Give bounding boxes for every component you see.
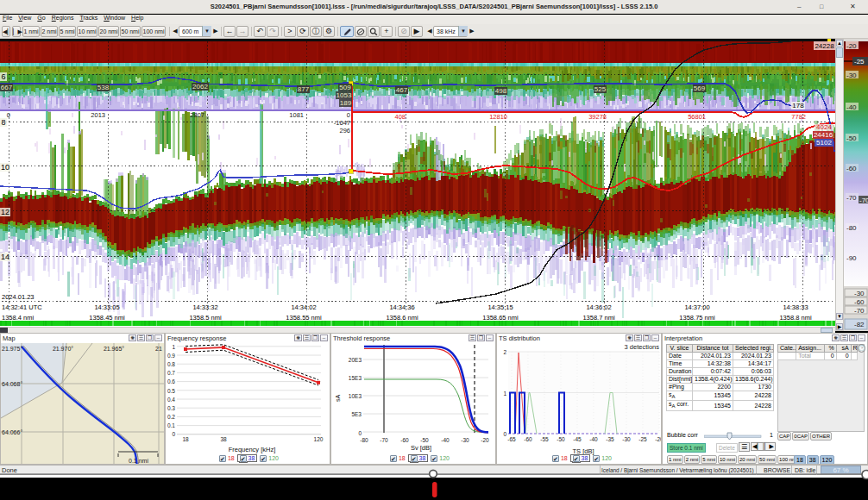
svg-text:24228: 24228 bbox=[815, 42, 834, 50]
svg-text:-60: -60 bbox=[854, 298, 865, 306]
svg-text:-20: -20 bbox=[655, 436, 661, 442]
svg-text:120: 120 bbox=[314, 436, 324, 442]
svg-text:39278: 39278 bbox=[588, 113, 607, 121]
svg-text:0: 0 bbox=[358, 430, 362, 436]
svg-text:14:38:33: 14:38:33 bbox=[783, 303, 808, 311]
svg-text:0: 0 bbox=[172, 431, 175, 437]
svg-text:0.7: 0.7 bbox=[167, 370, 175, 376]
svg-text:14:35:15: 14:35:15 bbox=[487, 303, 513, 311]
svg-text:5E3: 5E3 bbox=[351, 411, 362, 417]
svg-text:-70: -70 bbox=[854, 307, 865, 315]
svg-text:-70: -70 bbox=[846, 194, 857, 202]
svg-text:1358.45 nmi: 1358.45 nmi bbox=[89, 314, 125, 322]
svg-text:1358.6 nmi: 1358.6 nmi bbox=[386, 314, 418, 322]
svg-text:-45: -45 bbox=[573, 436, 582, 442]
svg-text:296: 296 bbox=[339, 127, 350, 134]
svg-text:-25: -25 bbox=[854, 58, 865, 66]
svg-text:178: 178 bbox=[792, 102, 804, 109]
svg-text:TS [dB]: TS [dB] bbox=[572, 447, 594, 455]
svg-text:21.965°: 21.965° bbox=[104, 346, 124, 352]
svg-text:-20: -20 bbox=[481, 437, 489, 443]
svg-text:6: 6 bbox=[1, 72, 5, 81]
svg-text:Frequency [kHz]: Frequency [kHz] bbox=[229, 446, 276, 453]
svg-text:10E3: 10E3 bbox=[349, 393, 362, 399]
svg-text:-40: -40 bbox=[589, 436, 598, 442]
svg-text:4024: 4024 bbox=[816, 123, 832, 131]
svg-text:5102: 5102 bbox=[816, 139, 832, 147]
svg-text:-1647: -1647 bbox=[334, 119, 350, 127]
svg-text:sA: sA bbox=[335, 395, 341, 403]
svg-text:-60: -60 bbox=[846, 165, 857, 172]
svg-text:-80: -80 bbox=[360, 437, 368, 443]
svg-text:21.975°: 21.975° bbox=[2, 346, 22, 352]
svg-text:-90: -90 bbox=[846, 254, 857, 262]
svg-text:0.1 nmi: 0.1 nmi bbox=[129, 458, 148, 464]
svg-text:-40: -40 bbox=[846, 103, 857, 111]
svg-text:-30: -30 bbox=[854, 290, 865, 297]
svg-text:1: 1 bbox=[503, 391, 506, 397]
svg-text:1358.55 nmi: 1358.55 nmi bbox=[286, 314, 322, 322]
svg-text:-20: -20 bbox=[846, 42, 857, 50]
svg-text:1358.7 nmi: 1358.7 nmi bbox=[582, 314, 614, 322]
svg-text:14:33:32: 14:33:32 bbox=[192, 303, 217, 311]
svg-text:10: 10 bbox=[1, 163, 9, 172]
svg-text:-60: -60 bbox=[400, 437, 409, 443]
svg-text:20E3: 20E3 bbox=[349, 357, 362, 363]
svg-text:-60: -60 bbox=[524, 436, 532, 442]
svg-text:38: 38 bbox=[220, 436, 227, 442]
svg-text:12810: 12810 bbox=[489, 113, 507, 121]
svg-text:-55: -55 bbox=[540, 436, 549, 442]
svg-text:0.1: 0.1 bbox=[167, 422, 175, 428]
svg-text:56801: 56801 bbox=[688, 113, 706, 121]
svg-text:1358.65 nmi: 1358.65 nmi bbox=[482, 314, 519, 322]
svg-text:0.8: 0.8 bbox=[167, 361, 175, 367]
svg-text:Sv [dB]: Sv [dB] bbox=[411, 444, 431, 452]
svg-text:24416: 24416 bbox=[814, 131, 833, 139]
svg-text:1358.75 nmi: 1358.75 nmi bbox=[679, 314, 715, 322]
svg-text:1081: 1081 bbox=[289, 111, 304, 119]
svg-text:14:34:02: 14:34:02 bbox=[291, 303, 316, 311]
svg-text:-80: -80 bbox=[846, 224, 857, 232]
svg-text:538: 538 bbox=[97, 84, 110, 91]
svg-text:-30: -30 bbox=[622, 436, 631, 442]
svg-text:0.5: 0.5 bbox=[167, 388, 175, 394]
svg-text:21.970°: 21.970° bbox=[53, 346, 73, 352]
svg-text:525: 525 bbox=[594, 85, 607, 93]
svg-text:-35: -35 bbox=[606, 436, 614, 442]
svg-text:2: 2 bbox=[503, 349, 506, 355]
svg-text:509: 509 bbox=[339, 84, 351, 91]
svg-text:1358.8 nmi: 1358.8 nmi bbox=[779, 314, 811, 322]
svg-text:-82: -82 bbox=[854, 321, 865, 328]
svg-text:1358.4 nmi: 1358.4 nmi bbox=[2, 314, 34, 322]
svg-text:0: 0 bbox=[7, 111, 10, 119]
svg-text:-30: -30 bbox=[846, 72, 857, 79]
svg-text:2062: 2062 bbox=[192, 83, 208, 91]
svg-text:-65: -65 bbox=[507, 436, 516, 442]
svg-text:467: 467 bbox=[396, 86, 408, 94]
svg-text:408: 408 bbox=[394, 113, 406, 121]
svg-text:189: 189 bbox=[340, 99, 352, 107]
svg-text:21: 21 bbox=[155, 346, 162, 352]
svg-text:-30: -30 bbox=[461, 437, 469, 443]
svg-text:-50: -50 bbox=[420, 437, 429, 443]
svg-text:1053: 1053 bbox=[337, 91, 352, 99]
svg-text:-70: -70 bbox=[859, 197, 868, 204]
svg-text:7782: 7782 bbox=[791, 113, 806, 121]
svg-text:-25: -25 bbox=[638, 436, 647, 442]
svg-text:0.4: 0.4 bbox=[167, 397, 175, 403]
svg-text:2024.01.23: 2024.01.23 bbox=[2, 293, 35, 301]
svg-text:0: 0 bbox=[347, 111, 350, 119]
svg-text:0: 0 bbox=[503, 431, 506, 437]
svg-text:667: 667 bbox=[1, 84, 13, 91]
svg-text:0.6: 0.6 bbox=[167, 378, 175, 384]
svg-text:-40: -40 bbox=[441, 437, 450, 443]
svg-text:8: 8 bbox=[1, 118, 5, 127]
svg-text:-50: -50 bbox=[846, 134, 857, 142]
svg-text:64.066°: 64.066° bbox=[2, 429, 22, 435]
svg-text:877: 877 bbox=[298, 85, 310, 93]
svg-text:14:36:02: 14:36:02 bbox=[586, 303, 611, 311]
svg-text:64.068°: 64.068° bbox=[2, 381, 22, 387]
svg-text:-70: -70 bbox=[380, 437, 388, 443]
svg-text:14: 14 bbox=[1, 253, 9, 261]
svg-text:0.2: 0.2 bbox=[167, 414, 175, 420]
